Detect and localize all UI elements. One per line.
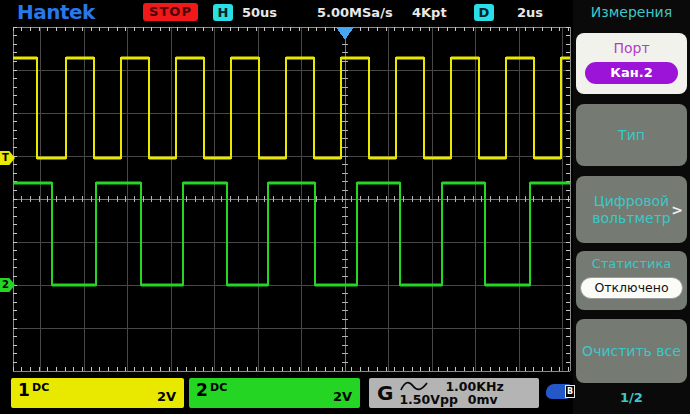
oscilloscope-screen: Hantek STOP H 50us 5.00MSa/s 4Kpt D 2us … — [0, 0, 690, 414]
bottom-status-bar: 1 DC 2V 2 DC 2V G 1.00KHz 1.50Vpp 0mv — [0, 375, 573, 414]
soft-menu-sidebar: Измерения Порт Кан.2 Тип Цифровой вольтм… — [573, 0, 690, 414]
sample-rate-value: 5.00MSa/s — [317, 5, 393, 20]
timebase-value: 50us — [242, 5, 277, 20]
statistics-label: Статистика — [576, 256, 687, 271]
channel2-volts-per-div: 2V — [333, 389, 352, 404]
channel1-coupling: DC — [32, 381, 49, 394]
statistics-menu-button[interactable]: Статистика Отключено — [576, 251, 687, 310]
generator-amplitude: 1.50Vpp — [399, 392, 457, 407]
sine-icon — [399, 381, 429, 393]
channel2-coupling: DC — [210, 381, 227, 394]
port-menu-button[interactable]: Порт Кан.2 — [576, 33, 687, 94]
channel1-status-box[interactable]: 1 DC 2V — [11, 378, 184, 408]
clear-all-menu-button[interactable]: Очистить все — [576, 319, 687, 383]
channel1-volts-per-div: 2V — [157, 389, 176, 404]
menu-page-indicator: 1/2 — [573, 390, 690, 405]
type-label: Тип — [576, 127, 687, 144]
generator-status-box[interactable]: G 1.00KHz 1.50Vpp 0mv — [369, 378, 539, 408]
generator-label: G — [377, 381, 393, 405]
graticule-and-waveforms — [0, 25, 573, 375]
statistics-value-pill[interactable]: Отключено — [580, 277, 683, 299]
channel2-number: 2 — [196, 380, 208, 400]
horizontal-badge-icon: H — [213, 4, 233, 21]
run-state-badge: STOP — [143, 3, 198, 21]
submenu-arrow-icon: > — [671, 202, 683, 218]
delay-time-value: 2us — [517, 5, 543, 20]
port-value-pill[interactable]: Кан.2 — [585, 62, 678, 84]
port-label: Порт — [576, 40, 687, 56]
hantek-logo: Hantek — [17, 0, 95, 24]
record-length-value: 4Kpt — [412, 5, 447, 20]
type-menu-button[interactable]: Тип — [576, 104, 687, 166]
generator-offset: 0mv — [468, 392, 498, 407]
menu-title: Измерения — [573, 4, 690, 20]
clear-all-label: Очистить все — [576, 343, 687, 360]
channel1-number: 1 — [18, 380, 30, 400]
delay-badge-icon: D — [474, 4, 494, 21]
usb-device-icon: B — [545, 384, 571, 399]
waveform-display: T 2 — [0, 25, 573, 375]
usb-device-label: B — [565, 385, 575, 398]
channel2-status-box[interactable]: 2 DC 2V — [189, 378, 360, 408]
digital-voltmeter-menu-button[interactable]: Цифровой вольтметр > — [576, 176, 687, 243]
